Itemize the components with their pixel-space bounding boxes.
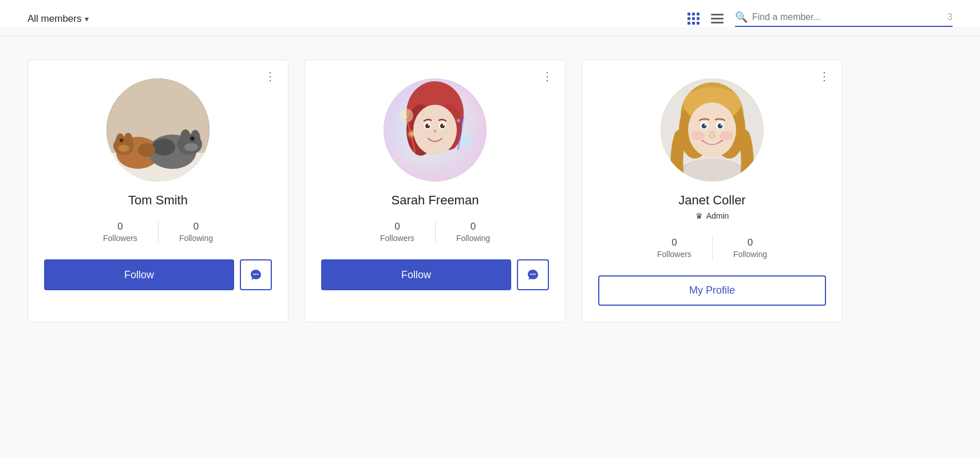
following-label-tom: Following [179, 234, 213, 243]
svg-point-38 [532, 274, 534, 275]
followers-stat-sarah: 0 Followers [359, 221, 435, 243]
members-filter-dropdown[interactable]: All members ▾ [27, 13, 89, 25]
svg-point-31 [428, 124, 430, 126]
chat-icon-sarah [527, 269, 539, 281]
following-label-sarah: Following [456, 234, 490, 243]
members-filter-label: All members [27, 13, 81, 25]
chat-icon-tom [250, 269, 262, 281]
follow-button-tom[interactable]: Follow [44, 259, 234, 290]
svg-point-36 [461, 136, 472, 147]
grid-view-button[interactable] [685, 10, 702, 27]
member-name-tom: Tom Smith [128, 193, 188, 208]
member-name-sarah: Sarah Freeman [392, 193, 479, 208]
actions-row-tom: Follow [44, 259, 272, 290]
view-toggle [685, 10, 726, 27]
my-profile-button[interactable]: My Profile [598, 275, 826, 306]
avatar-sarah-freeman [384, 78, 487, 181]
svg-point-16 [184, 143, 198, 151]
avatar-tom-svg [106, 78, 210, 181]
top-bar: All members ▾ 🔍 3 [0, 0, 980, 27]
followers-label-janet: Followers [657, 250, 691, 259]
svg-point-13 [180, 129, 191, 145]
members-grid: ⋮ [0, 37, 980, 345]
svg-point-20 [255, 274, 256, 275]
message-button-tom[interactable] [240, 259, 272, 290]
more-menu-button-tom[interactable]: ⋮ [264, 70, 276, 82]
stats-row-sarah: 0 Followers 0 Following [321, 220, 549, 243]
followers-count-sarah: 0 [394, 221, 400, 232]
svg-point-17 [152, 139, 175, 156]
admin-label: Admin [706, 211, 729, 220]
svg-point-53 [721, 124, 722, 126]
followers-label-tom: Followers [103, 234, 137, 243]
followers-count-tom: 0 [117, 221, 122, 232]
following-count-sarah: 0 [471, 221, 476, 232]
search-bar: 🔍 3 [735, 11, 953, 27]
svg-point-52 [705, 124, 706, 126]
following-label-janet: Following [733, 250, 767, 259]
more-menu-button-janet[interactable]: ⋮ [819, 70, 831, 82]
svg-point-15 [191, 137, 194, 140]
svg-point-18 [138, 143, 155, 157]
svg-point-45 [688, 102, 736, 157]
followers-label-sarah: Followers [380, 234, 414, 243]
svg-point-8 [120, 139, 122, 141]
search-input[interactable] [752, 12, 938, 22]
member-count: 3 [947, 12, 953, 22]
member-name-janet: Janet Coller [678, 193, 745, 208]
svg-point-9 [118, 145, 129, 152]
member-card-sarah-freeman: ⋮ [305, 60, 566, 322]
svg-point-32 [443, 124, 445, 126]
message-button-sarah[interactable] [517, 259, 549, 290]
avatar-sarah-svg [384, 78, 487, 181]
actions-row-sarah: Follow [321, 259, 549, 290]
list-icon [711, 14, 724, 23]
follow-button-sarah[interactable]: Follow [321, 259, 511, 290]
stats-row-tom: 0 Followers 0 Following [44, 220, 272, 243]
avatar-janet-coller [661, 78, 764, 181]
following-stat-janet: 0 Following [713, 237, 788, 259]
admin-badge-janet: ♛ Admin [696, 211, 729, 220]
more-menu-button-sarah[interactable]: ⋮ [542, 70, 554, 82]
actions-row-janet: My Profile [598, 275, 826, 306]
svg-point-21 [257, 274, 258, 275]
following-stat-sarah: 0 Following [436, 221, 511, 243]
stats-row-janet: 0 Followers 0 Following [598, 236, 826, 259]
followers-stat-tom: 0 Followers [82, 221, 158, 243]
svg-point-33 [404, 121, 426, 144]
avatar-janet-svg [661, 78, 764, 181]
list-view-button[interactable] [709, 11, 726, 26]
chevron-down-icon: ▾ [85, 14, 89, 23]
followers-stat-janet: 0 Followers [637, 237, 712, 259]
svg-point-55 [720, 131, 733, 140]
member-card-janet-coller: ⋮ [582, 60, 843, 322]
crown-icon: ♛ [696, 211, 703, 220]
svg-point-39 [534, 274, 535, 275]
svg-point-54 [691, 131, 705, 140]
svg-point-19 [253, 274, 254, 275]
following-count-janet: 0 [748, 237, 753, 248]
grid-icon [687, 13, 700, 25]
search-icon: 🔍 [735, 11, 748, 23]
following-count-tom: 0 [193, 221, 199, 232]
svg-point-37 [530, 274, 531, 275]
followers-count-janet: 0 [671, 237, 677, 248]
avatar-tom-smith [106, 78, 210, 181]
member-card-tom-smith: ⋮ [27, 60, 289, 322]
following-stat-tom: 0 Following [159, 221, 234, 243]
